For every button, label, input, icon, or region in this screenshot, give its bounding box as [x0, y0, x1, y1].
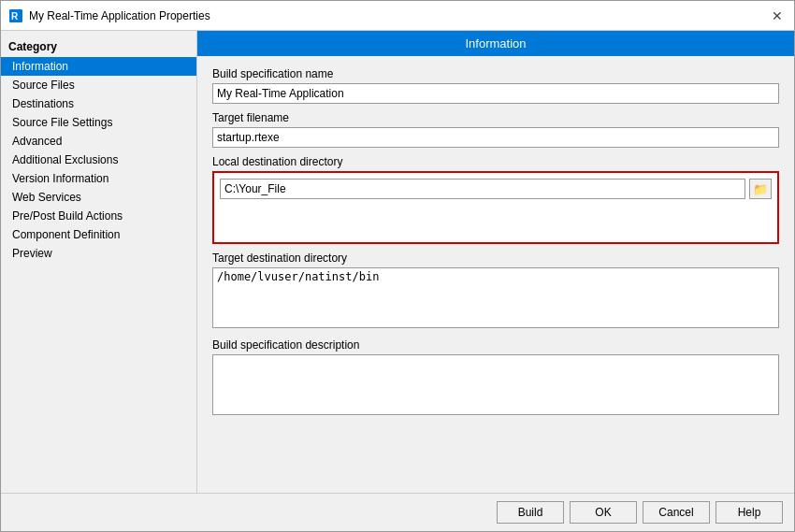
section-header: Information: [197, 31, 794, 56]
build-spec-name-label: Build specification name: [212, 67, 779, 80]
sidebar-item-additional-exclusions[interactable]: Additional Exclusions: [1, 151, 196, 169]
target-filename-label: Target filename: [212, 111, 779, 124]
sidebar-item-advanced[interactable]: Advanced: [1, 132, 196, 151]
ok-button[interactable]: OK: [570, 501, 637, 524]
target-dest-label: Target destination directory: [212, 252, 779, 265]
sidebar-item-preview[interactable]: Preview: [1, 244, 196, 263]
sidebar-item-pre-post-build-actions[interactable]: Pre/Post Build Actions: [1, 207, 196, 225]
sidebar-category-label: Category: [1, 38, 196, 57]
local-dest-label: Local destination directory: [212, 155, 779, 168]
sidebar-item-source-files[interactable]: Source Files: [1, 76, 196, 94]
local-dest-box: 📁: [212, 171, 779, 244]
footer: Build OK Cancel Help: [1, 493, 794, 531]
dialog-title: My Real-Time Application Properties: [29, 9, 210, 22]
main-body: Build specification name Target filename…: [197, 56, 794, 493]
help-button[interactable]: Help: [716, 501, 783, 524]
cancel-button[interactable]: Cancel: [643, 501, 710, 524]
browse-folder-button[interactable]: 📁: [749, 179, 772, 199]
build-spec-desc-label: Build specification description: [212, 338, 779, 352]
target-filename-input[interactable]: [212, 127, 779, 148]
folder-icon: 📁: [753, 182, 768, 196]
content-area: Category Information Source Files Destin…: [1, 31, 794, 493]
local-dest-input[interactable]: [220, 179, 745, 199]
main-panel: Information Build specification name Tar…: [197, 31, 794, 493]
title-bar: R My Real-Time Application Properties ✕: [1, 1, 794, 31]
sidebar-item-web-services[interactable]: Web Services: [1, 188, 196, 207]
build-spec-name-input[interactable]: [212, 83, 779, 104]
target-dest-textarea[interactable]: /home/lvuser/natinst/bin: [212, 267, 779, 328]
close-button[interactable]: ✕: [768, 7, 787, 25]
title-bar-left: R My Real-Time Application Properties: [8, 8, 210, 23]
sidebar-item-source-file-settings[interactable]: Source File Settings: [1, 113, 196, 132]
local-dest-spacer: [220, 199, 772, 237]
svg-text:R: R: [11, 11, 19, 22]
sidebar-item-information[interactable]: Information: [1, 57, 196, 76]
app-icon: R: [8, 8, 23, 23]
sidebar: Category Information Source Files Destin…: [1, 31, 197, 493]
dialog: R My Real-Time Application Properties ✕ …: [0, 0, 795, 532]
build-spec-desc-textarea[interactable]: [212, 354, 779, 415]
sidebar-item-version-information[interactable]: Version Information: [1, 169, 196, 188]
sidebar-item-destinations[interactable]: Destinations: [1, 94, 196, 113]
local-dest-inner: 📁: [220, 179, 772, 199]
sidebar-item-component-definition[interactable]: Component Definition: [1, 225, 196, 244]
build-button[interactable]: Build: [497, 501, 564, 524]
